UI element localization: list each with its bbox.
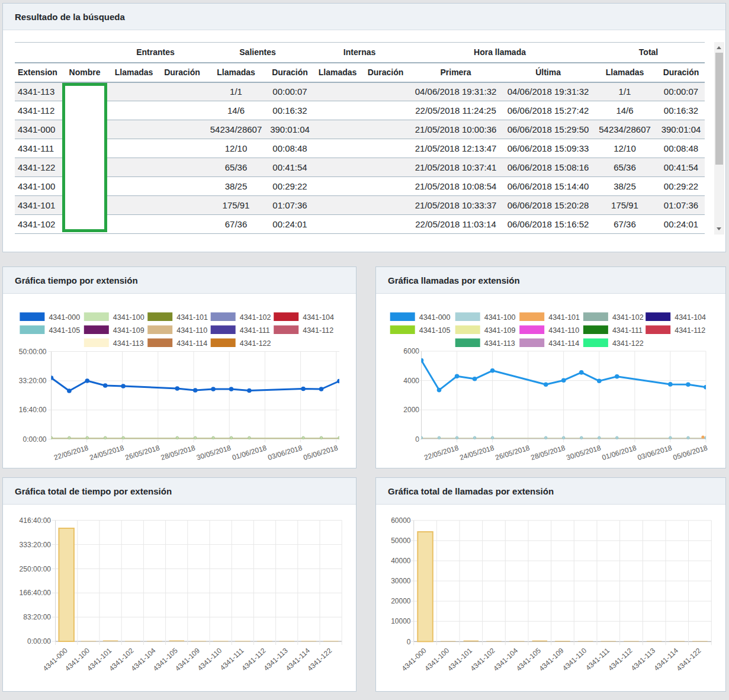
- svg-text:4341-000: 4341-000: [419, 313, 451, 322]
- svg-text:01/06/2018: 01/06/2018: [601, 444, 638, 462]
- svg-text:4341-113: 4341-113: [484, 339, 515, 348]
- svg-text:0:00:00: 0:00:00: [23, 435, 46, 444]
- svg-text:4341-122: 4341-122: [612, 339, 644, 348]
- svg-text:4341-114: 4341-114: [176, 339, 207, 348]
- svg-text:4341-105: 4341-105: [419, 326, 451, 335]
- svg-text:4341-105: 4341-105: [515, 646, 542, 673]
- svg-text:4341-110: 4341-110: [548, 326, 579, 335]
- svg-text:166:40:00: 166:40:00: [20, 589, 52, 597]
- svg-text:4341-101: 4341-101: [548, 313, 580, 322]
- svg-text:4341-102: 4341-102: [240, 313, 271, 322]
- svg-text:4341-111: 4341-111: [612, 326, 643, 335]
- svg-text:22/05/2018: 22/05/2018: [53, 444, 89, 462]
- svg-text:30/05/2018: 30/05/2018: [566, 444, 602, 462]
- svg-text:03/06/2018: 03/06/2018: [266, 444, 303, 462]
- svg-text:4341-104: 4341-104: [675, 313, 706, 322]
- svg-text:4341-111: 4341-111: [584, 646, 611, 672]
- svg-text:4341-102: 4341-102: [612, 313, 644, 322]
- svg-text:333:20:00: 333:20:00: [20, 541, 52, 549]
- svg-text:4341-101: 4341-101: [176, 313, 208, 322]
- svg-text:4341-100: 4341-100: [113, 313, 144, 322]
- svg-text:4341-105: 4341-105: [49, 326, 80, 335]
- svg-text:40000: 40000: [391, 557, 411, 565]
- svg-text:4341-110: 4341-110: [196, 646, 223, 672]
- svg-text:4341-109: 4341-109: [113, 326, 144, 335]
- svg-text:33:20:00: 33:20:00: [19, 377, 47, 385]
- svg-text:4341-112: 4341-112: [303, 326, 333, 335]
- svg-text:50000: 50000: [391, 537, 411, 545]
- svg-text:4341-100: 4341-100: [484, 313, 516, 322]
- svg-text:4341-109: 4341-109: [484, 326, 516, 335]
- svg-text:250:00:00: 250:00:00: [20, 565, 52, 573]
- svg-text:03/06/2018: 03/06/2018: [637, 444, 673, 462]
- svg-text:10000: 10000: [391, 617, 411, 625]
- svg-text:4341-112: 4341-112: [606, 646, 634, 672]
- svg-text:4341-122: 4341-122: [240, 339, 271, 348]
- svg-text:4000: 4000: [403, 377, 419, 385]
- svg-text:28/05/2018: 28/05/2018: [160, 444, 197, 462]
- svg-text:4341-114: 4341-114: [548, 339, 579, 348]
- svg-text:30000: 30000: [391, 577, 411, 585]
- svg-text:01/06/2018: 01/06/2018: [231, 444, 268, 462]
- svg-text:4341-113: 4341-113: [113, 339, 144, 348]
- svg-text:4341-111: 4341-111: [240, 326, 270, 335]
- svg-text:4341-102: 4341-102: [469, 646, 497, 673]
- svg-text:05/06/2018: 05/06/2018: [303, 444, 339, 462]
- svg-text:26/05/2018: 26/05/2018: [124, 444, 161, 462]
- svg-text:50:00:00: 50:00:00: [19, 348, 47, 356]
- svg-text:20000: 20000: [391, 597, 411, 605]
- svg-text:416:40:00: 416:40:00: [20, 516, 52, 525]
- svg-text:26/05/2018: 26/05/2018: [494, 444, 531, 462]
- svg-text:4341-109: 4341-109: [538, 646, 566, 673]
- svg-text:2000: 2000: [403, 406, 419, 414]
- svg-text:4341-114: 4341-114: [653, 646, 680, 672]
- svg-text:4341-000: 4341-000: [49, 313, 80, 322]
- svg-text:4341-000: 4341-000: [400, 646, 428, 673]
- svg-text:16:40:00: 16:40:00: [19, 406, 47, 414]
- svg-text:4341-110: 4341-110: [176, 326, 207, 335]
- svg-text:4341-104: 4341-104: [303, 313, 334, 322]
- svg-text:4341-110: 4341-110: [561, 646, 588, 672]
- svg-text:4341-113: 4341-113: [630, 646, 657, 672]
- svg-text:05/06/2018: 05/06/2018: [672, 444, 709, 462]
- svg-text:60000: 60000: [391, 516, 411, 525]
- svg-text:28/05/2018: 28/05/2018: [530, 444, 567, 462]
- svg-text:4341-109: 4341-109: [174, 646, 201, 673]
- svg-text:4341-112: 4341-112: [675, 326, 705, 335]
- svg-text:4341-101: 4341-101: [446, 646, 474, 673]
- svg-text:0:00:00: 0:00:00: [27, 637, 51, 646]
- svg-text:4341-122: 4341-122: [306, 646, 333, 673]
- svg-text:4341-104: 4341-104: [492, 646, 519, 673]
- svg-text:4341-100: 4341-100: [423, 646, 451, 673]
- svg-text:24/05/2018: 24/05/2018: [88, 444, 125, 462]
- svg-text:30/05/2018: 30/05/2018: [195, 444, 232, 462]
- svg-text:22/05/2018: 22/05/2018: [423, 444, 460, 462]
- svg-text:24/05/2018: 24/05/2018: [458, 444, 495, 462]
- svg-text:6000: 6000: [403, 347, 419, 355]
- svg-text:83:20:00: 83:20:00: [23, 613, 51, 621]
- svg-text:4341-122: 4341-122: [675, 646, 703, 673]
